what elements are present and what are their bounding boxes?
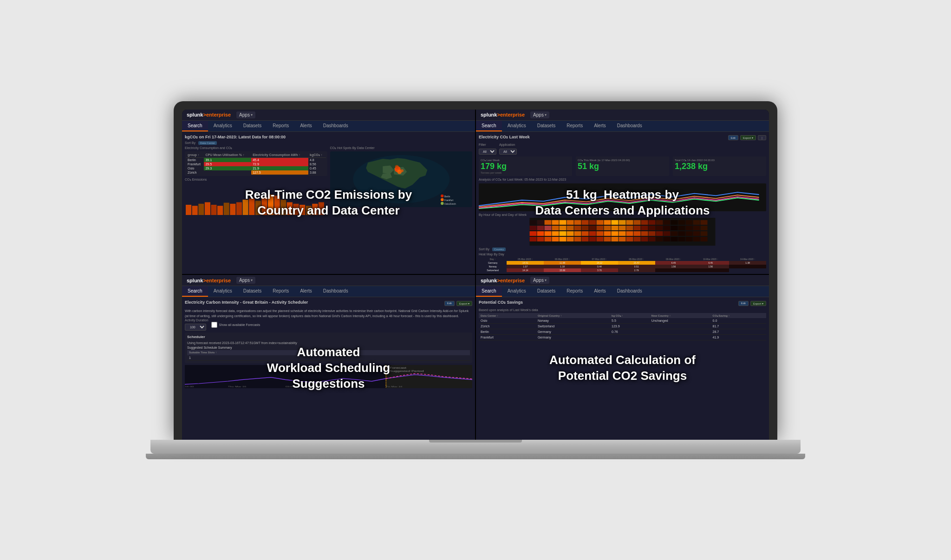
panel-content-tr: Electricity CO₂ Last Week Edit Export ▾ … [476, 132, 769, 274]
svg-rect-127 [671, 237, 678, 241]
svg-rect-83 [701, 226, 708, 230]
export-btn-tr[interactable]: Export ▾ [740, 135, 756, 140]
sort-country-tag: Country [492, 247, 506, 251]
svg-rect-50 [634, 220, 641, 225]
apps-menu-tl[interactable]: Apps ▾ [236, 111, 255, 118]
activity-duration-select[interactable]: 100 [185, 324, 206, 331]
svg-rect-42 [574, 220, 581, 225]
edit-btn-br[interactable]: Edit [738, 301, 749, 306]
splunk-header-tl: splunk>enterprise Apps ▾ [182, 110, 475, 121]
export-btn-bl[interactable]: Export ▾ [456, 301, 472, 306]
svg-rect-82 [693, 226, 700, 230]
svg-rect-100 [649, 231, 656, 236]
edit-btn-bl[interactable]: Edit [444, 301, 455, 306]
svg-rect-4 [211, 205, 216, 215]
nav-reports-br[interactable]: Reports [561, 286, 588, 297]
nav-analytics-bl[interactable]: Analytics [208, 286, 238, 297]
nav-alerts-bl[interactable]: Alerts [294, 286, 318, 297]
main-content-row-tl: Electricity Consumption and CO₂ group ↑ … [185, 146, 472, 216]
nav-search-tl[interactable]: Search [182, 121, 208, 131]
svg-rect-17 [293, 203, 299, 215]
savings-table-br: Data Center ↑ Original Country ↑ kg CO₂ … [479, 313, 766, 340]
co2-emissions-label: CO₂ Emissions [185, 178, 327, 182]
filter-row-tr: Filter All Application All [479, 143, 766, 155]
filter-select-tr[interactable]: All [479, 149, 496, 155]
table-row: Berlin 39.1 45.4 4.8 [186, 157, 326, 162]
svg-rect-19 [306, 206, 312, 215]
svg-rect-118 [604, 237, 611, 241]
table-row: Oslo Norway 5.5 Unchanged 0.0 [479, 318, 766, 324]
nav-datasets-br[interactable]: Datasets [532, 286, 561, 297]
svg-text:16:00: 16:00 [185, 385, 194, 388]
svg-rect-125 [656, 237, 663, 241]
apps-menu-bl[interactable]: Apps ▾ [236, 277, 255, 284]
nav-datasets-tl[interactable]: Datasets [238, 121, 267, 131]
nav-reports-tr[interactable]: Reports [561, 121, 588, 131]
nav-reports-tl[interactable]: Reports [267, 121, 294, 131]
svg-rect-47 [612, 220, 619, 225]
svg-rect-88 [560, 231, 567, 236]
heatmap-day-title-tr: Heat Map By Day [479, 253, 766, 256]
svg-rect-108 [530, 237, 537, 241]
svg-rect-40 [560, 220, 567, 225]
svg-rect-68 [589, 226, 596, 230]
show-forecasts-checkbox[interactable] [211, 322, 217, 328]
nav-analytics-tr[interactable]: Analytics [502, 121, 532, 131]
more-btn-tr[interactable]: ⋮ [758, 135, 766, 140]
laptop-wrapper: splunk>enterprise Apps ▾ Search Analytic… [150, 101, 801, 459]
nav-dashboards-br[interactable]: Dashboards [612, 286, 648, 297]
svg-rect-89 [567, 231, 574, 236]
splunk-logo-tr: splunk>enterprise [481, 112, 525, 117]
apps-menu-tr[interactable]: Apps ▾ [530, 111, 549, 118]
heatmap-label-tr: By Hour of Day and Day of Week [479, 213, 766, 216]
svg-rect-63 [552, 226, 559, 230]
apps-menu-br[interactable]: Apps ▾ [530, 277, 549, 284]
schedule-description-bl: With carbon intensity forecast data, org… [185, 308, 472, 319]
nav-search-tr[interactable]: Search [476, 121, 502, 131]
col-cpu: CPU Mean Utilisation % ↑ [204, 153, 251, 158]
nav-analytics-tl[interactable]: Analytics [208, 121, 238, 131]
nav-datasets-bl[interactable]: Datasets [238, 286, 267, 297]
heatmap-svg-tr: // Will be rendered via CSS below [479, 218, 766, 246]
svg-rect-78 [664, 226, 671, 230]
btn-group-tr: Edit Export ▾ ⋮ [728, 135, 766, 140]
chevron-down-icon-br: ▾ [545, 278, 547, 282]
splunk-header-tr: splunk>enterprise Apps ▾ [476, 110, 769, 121]
nav-search-br[interactable]: Search [476, 286, 502, 297]
nav-reports-bl[interactable]: Reports [267, 286, 294, 297]
edit-btn-tr[interactable]: Edit [728, 135, 738, 140]
nav-analytics-br[interactable]: Analytics [502, 286, 532, 297]
export-btn-br[interactable]: Export ▾ [750, 301, 766, 306]
app-select-tr[interactable]: All [499, 149, 517, 155]
bar-chart-tl [185, 182, 327, 215]
svg-text:Fri Mar 16: Fri Mar 16 [386, 385, 403, 388]
svg-rect-59 [701, 220, 708, 225]
svg-rect-6 [224, 202, 229, 215]
nav-alerts-br[interactable]: Alerts [588, 286, 612, 297]
svg-rect-131 [701, 237, 708, 241]
nav-alerts-tl[interactable]: Alerts [294, 121, 318, 131]
svg-rect-67 [582, 226, 589, 230]
btn-group-br: Edit Export ▾ [738, 301, 766, 306]
analysis-label-tr: Analysis of CO₂ for Last Week: 05-Mar-20… [479, 178, 766, 182]
svg-point-32 [441, 202, 443, 204]
timeline-svg-bl: Forecast Suggested Period 16:00 [185, 365, 472, 388]
svg-point-27 [400, 169, 403, 172]
table-row: Oslo 29.3 21.9 0.45 [186, 166, 326, 170]
svg-rect-62 [545, 226, 552, 230]
panel-content-br: Potential CO₂ Savings Edit Export ▾ Base… [476, 297, 769, 440]
nav-dashboards-tl[interactable]: Dashboards [318, 121, 354, 131]
savings-subtitle-br: Based upon analysis of Last Week's data [479, 308, 766, 312]
left-col-tl: Electricity Consumption and CO₂ group ↑ … [185, 146, 327, 216]
nav-search-bl[interactable]: Search [182, 286, 208, 297]
nav-dashboards-bl[interactable]: Dashboards [318, 286, 354, 297]
svg-rect-111 [552, 237, 559, 241]
nav-dashboards-tr[interactable]: Dashboards [612, 121, 648, 131]
nav-datasets-tr[interactable]: Datasets [532, 121, 561, 131]
nav-alerts-tr[interactable]: Alerts [588, 121, 612, 131]
splunk-header-bl: splunk>enterprise Apps ▾ [182, 275, 475, 286]
table-row: Switzerland 14.14 15.66 3.76 2.79 [479, 268, 766, 272]
svg-rect-44 [589, 220, 596, 225]
panel-header-tr: Electricity CO₂ Last Week Edit Export ▾ … [479, 135, 766, 141]
splunk-logo-tl: splunk>enterprise [187, 112, 231, 117]
